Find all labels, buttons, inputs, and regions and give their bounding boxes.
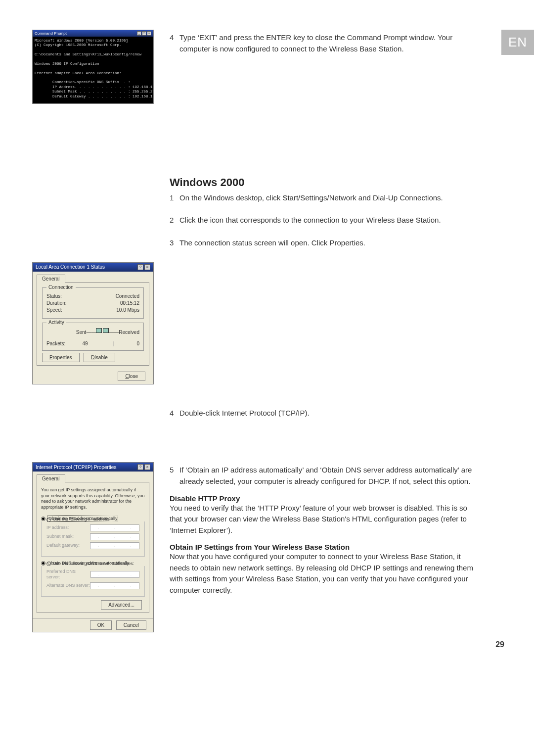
page-number: 29 <box>495 640 504 649</box>
pref-dns-input: ... <box>90 571 139 578</box>
command-prompt-figure: Command Prompt _ □ × Microsoft Windows 2… <box>32 30 154 104</box>
subheading-disable-proxy: Disable HTTP Proxy <box>170 494 475 503</box>
step-number: 3 <box>170 237 179 248</box>
step-text: If ‘Obtain an IP address automatically’ … <box>179 464 475 487</box>
close-button[interactable]: Close <box>118 372 145 381</box>
tcpip-help-text: You can get IP settings assigned automat… <box>41 487 145 511</box>
sent-label: Sent <box>76 330 87 335</box>
speed-label: Speed: <box>46 307 62 313</box>
cancel-button[interactable]: Cancel <box>116 620 146 630</box>
dialog-titlebar: Local Area Connection 1 Status ? × <box>33 263 153 272</box>
group-connection-label: Connection <box>46 284 76 290</box>
option-use-dns: Use the following DNS server addresses: <box>53 561 134 567</box>
status-value: Connected <box>116 293 139 299</box>
subheading-obtain-ip: Obtain IP Settings from Your Wireless Ba… <box>170 543 475 551</box>
ok-button[interactable]: OK <box>90 620 112 630</box>
activity-icon <box>96 327 109 338</box>
tab-general[interactable]: General <box>37 275 65 283</box>
tab-general[interactable]: General <box>37 474 65 482</box>
step-number: 4 <box>170 32 179 55</box>
step-text: Double-click Internet Protocol (TCP/IP). <box>179 407 475 419</box>
group-activity-label: Activity <box>46 320 66 325</box>
ip-address-label: IP address: <box>46 525 69 531</box>
alt-dns-input: ... <box>90 582 139 589</box>
maximize-icon: □ <box>142 31 146 36</box>
paragraph-obtain-ip: Now that you have configured your comput… <box>170 551 475 596</box>
received-label: Received <box>119 330 139 335</box>
packets-received-value: 0 <box>136 341 139 346</box>
help-icon: ? <box>137 264 143 270</box>
speed-value: 10.0 Mbps <box>116 307 139 313</box>
close-icon: × <box>144 464 150 470</box>
alt-dns-label: Alternate DNS server: <box>46 583 90 589</box>
dialog-title-text: Local Area Connection 1 Status <box>36 264 105 270</box>
radio-use-ip[interactable] <box>46 518 51 522</box>
pref-dns-label: Preferred DNS server: <box>46 569 90 580</box>
close-icon: × <box>144 264 150 270</box>
help-icon: ? <box>137 464 143 470</box>
properties-button[interactable]: Properties <box>42 353 80 362</box>
close-icon: × <box>147 31 151 36</box>
dialog-titlebar: Internet Protocol (TCP/IP) Properties ? … <box>33 463 153 472</box>
dialog-title-text: Internet Protocol (TCP/IP) Properties <box>36 465 116 470</box>
step-text: Type ‘EXIT’ and press the ENTER key to c… <box>179 32 475 55</box>
subnet-label: Subnet mask: <box>46 534 74 540</box>
gateway-label: Default gateway: <box>46 543 80 549</box>
advanced-button[interactable]: Advanced... <box>101 600 142 610</box>
cmd-titlebar: Command Prompt _ □ × <box>33 30 153 37</box>
duration-label: Duration: <box>46 300 67 306</box>
cmd-output: Microsoft Windows 2000 [Version 5.00.219… <box>33 37 153 103</box>
option-use-ip: Use the following IP address: <box>53 517 110 522</box>
status-label: Status: <box>46 293 62 299</box>
language-tab: EN <box>501 30 534 55</box>
duration-value: 00:15:12 <box>120 300 139 306</box>
connection-status-dialog: Local Area Connection 1 Status ? × Gener… <box>32 262 154 384</box>
step-text: On the Windows desktop, click Start/Sett… <box>179 192 475 203</box>
step-number: 4 <box>170 407 179 419</box>
section-title-win2000: Windows 2000 <box>170 176 475 189</box>
step-text: Click the icon that corresponds to the c… <box>179 214 475 226</box>
step-number: 1 <box>170 192 179 203</box>
step-text: The connection status screen will open. … <box>179 237 475 248</box>
gateway-input: ... <box>90 542 139 549</box>
packets-label: Packets: <box>46 341 76 346</box>
tcpip-properties-dialog: Internet Protocol (TCP/IP) Properties ? … <box>32 462 154 632</box>
subnet-input: ... <box>90 533 139 540</box>
paragraph-disable-proxy: You need to verify that the ‘HTTP Proxy’… <box>170 503 475 536</box>
minimize-icon: _ <box>137 31 141 36</box>
disable-button[interactable]: Disable <box>84 353 115 362</box>
packets-sent-value: 49 <box>83 341 88 346</box>
step-number: 5 <box>170 464 179 487</box>
cmd-title-text: Command Prompt <box>35 31 67 36</box>
step-number: 2 <box>170 214 179 226</box>
ip-address-input: ... <box>90 524 139 531</box>
